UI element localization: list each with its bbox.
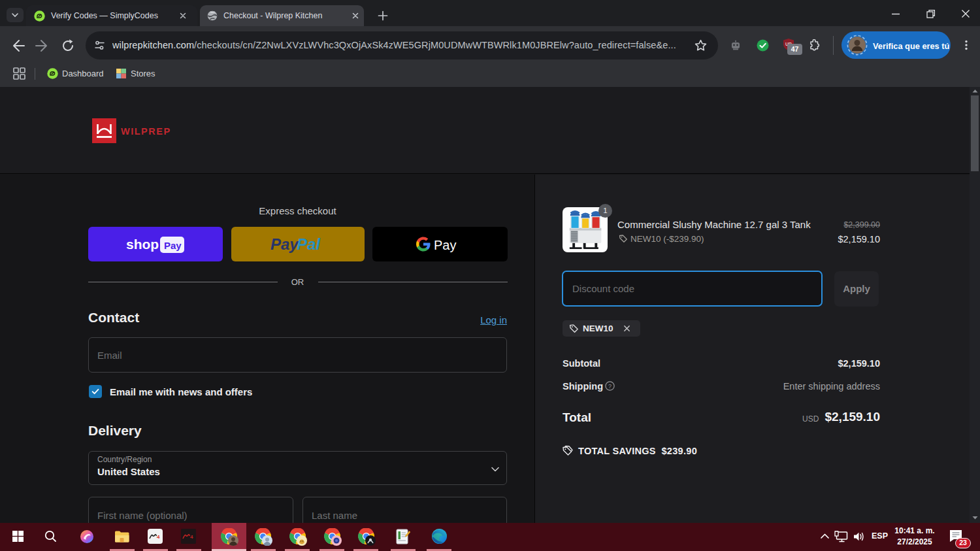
svg-text:?: ? xyxy=(608,383,612,390)
svg-text:Pay: Pay xyxy=(270,235,299,253)
svg-text:4: 4 xyxy=(157,534,160,540)
svg-text:Pay: Pay xyxy=(434,238,456,252)
svg-text:4: 4 xyxy=(190,534,193,540)
svg-text:Pal: Pal xyxy=(297,235,321,253)
svg-text:shop: shop xyxy=(126,237,159,252)
svg-text:Pay: Pay xyxy=(164,240,182,251)
